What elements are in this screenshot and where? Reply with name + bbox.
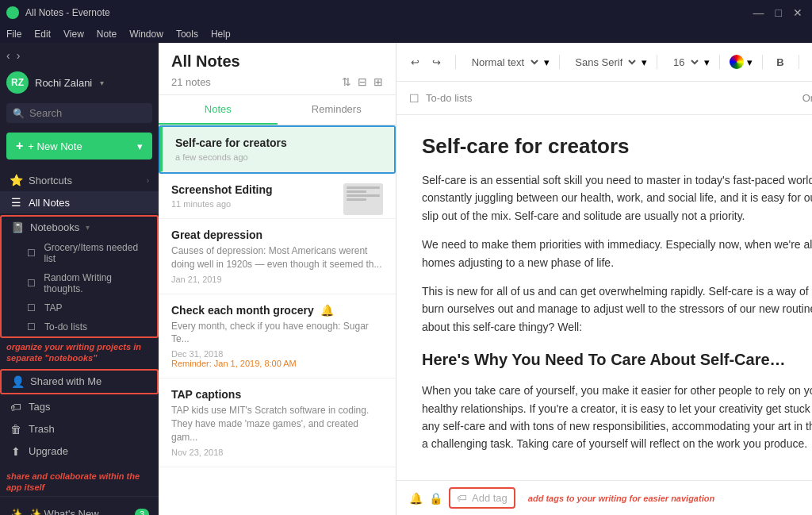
text-style-select[interactable]: Normal text xyxy=(465,53,541,71)
new-note-label: + New Note xyxy=(28,140,82,152)
note-preview-3: Causes of depression: Most Americans wer… xyxy=(171,244,383,271)
user-dropdown-arrow[interactable]: ▾ xyxy=(100,79,104,87)
menu-view[interactable]: View xyxy=(63,29,84,40)
whats-new-icon: ✨ xyxy=(10,508,22,515)
note-header-actions: Only you Share ••• xyxy=(802,88,812,108)
tab-notes[interactable]: Notes xyxy=(159,95,278,125)
bold-button[interactable]: B xyxy=(772,54,788,71)
note-title-1: Self-care for creators xyxy=(175,136,381,149)
tag-lock-icon[interactable]: 🔒 xyxy=(429,492,442,505)
note-type-icon: ☐ xyxy=(409,92,419,105)
star-icon: ⭐ xyxy=(10,174,22,186)
toolbar-separator-2 xyxy=(559,55,560,69)
only-you-text: Only you xyxy=(802,92,812,104)
search-icon: 🔍 xyxy=(13,108,25,119)
sidebar-item-shared[interactable]: 👤 Shared with Me xyxy=(2,371,157,393)
user-section[interactable]: RZ Rochi Zalani ▾ xyxy=(0,68,159,100)
filter-button[interactable]: ⊟ xyxy=(358,75,367,88)
note-date-1: a few seconds ago xyxy=(175,152,381,162)
undo-button[interactable]: ↩ xyxy=(406,54,424,71)
tags-icon: 🏷 xyxy=(10,401,22,413)
sort-button[interactable]: ⇅ xyxy=(342,75,351,88)
annotation-tags: add tags to your writing for easier navi… xyxy=(528,494,714,503)
shortcuts-chevron: › xyxy=(147,176,149,185)
notebook-todo-icon: ☐ xyxy=(27,321,38,332)
note-editor-title[interactable]: Self-care for creators xyxy=(422,134,812,159)
menu-tools[interactable]: Tools xyxy=(176,29,198,40)
sidebar-item-trash[interactable]: 🗑 Trash xyxy=(0,418,159,440)
notebook-grocery[interactable]: ☐ Grocery/Items needed list xyxy=(17,238,157,268)
whats-new-badge: 3 xyxy=(135,509,149,515)
note-thumbnail-2 xyxy=(343,183,383,215)
note-item-4[interactable]: Check each month grocery 🔔 Every month, … xyxy=(159,294,396,379)
more-button[interactable]: More xyxy=(808,54,812,71)
all-notes-icon: ☰ xyxy=(10,196,22,209)
tags-label: Tags xyxy=(29,401,149,413)
reminder-icon: 🔔 xyxy=(320,304,334,317)
redo-button[interactable]: ↪ xyxy=(427,54,446,71)
editor-content[interactable]: Self-care for creators Self-care is an e… xyxy=(396,115,812,480)
menu-window[interactable]: Window xyxy=(129,29,163,40)
menu-help[interactable]: Help xyxy=(211,29,231,40)
font-size-select[interactable]: 16 xyxy=(667,53,701,71)
menu-note[interactable]: Note xyxy=(97,29,117,40)
note-body[interactable]: Self-care is an essential soft skill you… xyxy=(422,171,812,453)
notebook-tap[interactable]: ☐ TAP xyxy=(17,298,157,317)
font-size-dropdown[interactable]: ▾ xyxy=(704,56,710,68)
tab-reminders[interactable]: Reminders xyxy=(278,95,396,125)
editor-note-header: ☐ To-do lists Only you Share ••• xyxy=(396,82,812,115)
notebook-random-writing[interactable]: ☐ Random Writing thoughts. xyxy=(17,268,157,298)
sidebar-item-notebooks[interactable]: 📓 Notebooks ▾ xyxy=(2,217,157,238)
window-controls[interactable]: — □ ✕ xyxy=(750,6,806,19)
close-button[interactable]: ✕ xyxy=(790,6,806,19)
color-picker[interactable] xyxy=(730,55,744,69)
note-title-3: Great depression xyxy=(171,229,383,241)
note-preview-5: TAP kids use MIT's Scratch software in c… xyxy=(171,404,383,444)
whats-new-item[interactable]: ✨ ✨ What's New 3 xyxy=(6,503,152,515)
new-note-dropdown-icon[interactable]: ▾ xyxy=(137,140,143,152)
notebook-tap-icon: ☐ xyxy=(27,302,38,313)
sidebar-item-shortcuts[interactable]: ⭐ Shortcuts › xyxy=(0,169,159,191)
notebook-todo[interactable]: ☐ To-do lists xyxy=(17,317,157,336)
app-icon xyxy=(6,6,19,19)
shared-label: Shared with Me xyxy=(30,375,147,387)
tag-bell-icon[interactable]: 🔔 xyxy=(409,492,423,505)
add-tag-button[interactable]: 🏷 Add tag xyxy=(449,487,515,509)
menu-edit[interactable]: Edit xyxy=(34,29,51,40)
nav-back-button[interactable]: ‹ xyxy=(6,49,10,62)
font-select[interactable]: Sans Serif xyxy=(569,53,638,71)
search-box[interactable]: 🔍 xyxy=(6,103,152,123)
minimize-button[interactable]: — xyxy=(750,6,768,19)
color-dropdown[interactable]: ▾ xyxy=(747,56,753,68)
sidebar-item-tags[interactable]: 🏷 Tags xyxy=(0,396,159,418)
note-item-3[interactable]: Great depression Causes of depression: M… xyxy=(159,219,396,294)
text-style-dropdown[interactable]: ▾ xyxy=(544,56,550,68)
color-group: ▾ xyxy=(730,55,753,69)
note-item-5[interactable]: TAP captions TAP kids use MIT's Scratch … xyxy=(159,379,396,467)
note-breadcrumb: To-do lists xyxy=(426,92,473,104)
sidebar-item-upgrade[interactable]: ⬆ Upgrade xyxy=(0,440,159,463)
avatar-initials: RZ xyxy=(11,77,24,88)
menu-file[interactable]: File xyxy=(6,29,21,40)
note-item-2[interactable]: Screenshot Editing 11 minutes ago xyxy=(159,174,396,219)
font-dropdown[interactable]: ▾ xyxy=(642,56,647,68)
body-para-4: When you take care of yourself, you make… xyxy=(422,382,812,453)
sidebar-item-all-notes[interactable]: ☰ All Notes xyxy=(0,191,159,213)
avatar: RZ xyxy=(6,71,29,94)
sidebar-nav-top: ‹ › xyxy=(0,43,159,68)
view-toggle-button[interactable]: ⊞ xyxy=(373,75,383,88)
nav-forward-button[interactable]: › xyxy=(17,49,21,62)
new-note-button[interactable]: + + New Note ▾ xyxy=(6,133,152,159)
body-para-1: Self-care is an essential soft skill you… xyxy=(422,171,812,225)
notebook-random-icon: ☐ xyxy=(27,278,37,289)
editor-toolbar: ↩ ↪ Normal text ▾ Sans Serif ▾ 16 xyxy=(396,43,812,82)
note-list-title: All Notes xyxy=(171,52,383,71)
note-item-1[interactable]: Self-care for creators a few seconds ago xyxy=(160,127,394,172)
notebooks-chevron: ▾ xyxy=(86,223,90,232)
note-tabs: Notes Reminders xyxy=(159,95,396,125)
trash-label: Trash xyxy=(29,423,149,435)
toolbar-separator-5 xyxy=(762,55,763,69)
search-input[interactable] xyxy=(29,107,146,119)
window-title: All Notes - Evernote xyxy=(25,7,750,18)
maximize-button[interactable]: □ xyxy=(772,6,785,19)
